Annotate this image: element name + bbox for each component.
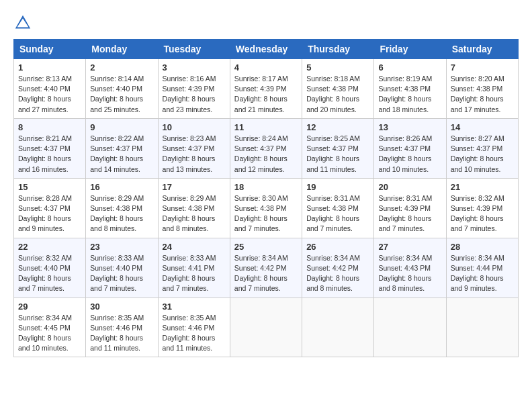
day-info: Sunrise: 8:22 AMSunset: 4:37 PMDaylight:…: [90, 134, 153, 175]
day-number: 4: [234, 62, 298, 73]
day-info: Sunrise: 8:32 AMSunset: 4:40 PMDaylight:…: [18, 253, 81, 294]
day-info: Sunrise: 8:18 AMSunset: 4:38 PMDaylight:…: [306, 74, 369, 115]
calendar-cell: 12Sunrise: 8:25 AMSunset: 4:37 PMDayligh…: [302, 118, 374, 178]
calendar-cell: 16Sunrise: 8:29 AMSunset: 4:38 PMDayligh…: [86, 178, 158, 238]
calendar-cell: 23Sunrise: 8:33 AMSunset: 4:40 PMDayligh…: [86, 238, 158, 298]
day-info: Sunrise: 8:23 AMSunset: 4:37 PMDaylight:…: [163, 134, 226, 175]
day-info: Sunrise: 8:33 AMSunset: 4:40 PMDaylight:…: [90, 253, 153, 294]
calendar-cell: 6Sunrise: 8:19 AMSunset: 4:38 PMDaylight…: [374, 59, 446, 119]
day-info: Sunrise: 8:30 AMSunset: 4:38 PMDaylight:…: [234, 193, 298, 234]
calendar-cell: [374, 298, 446, 357]
day-number: 1: [18, 62, 81, 73]
calendar-table: SundayMondayTuesdayWednesdayThursdayFrid…: [13, 39, 519, 357]
calendar-week-1: 1Sunrise: 8:13 AMSunset: 4:40 PMDaylight…: [14, 59, 519, 119]
calendar-week-2: 8Sunrise: 8:21 AMSunset: 4:37 PMDaylight…: [14, 118, 519, 178]
day-number: 8: [18, 122, 81, 132]
calendar-cell: 13Sunrise: 8:26 AMSunset: 4:37 PMDayligh…: [374, 118, 446, 178]
calendar-header-row: SundayMondayTuesdayWednesdayThursdayFrid…: [14, 40, 519, 59]
day-info: Sunrise: 8:17 AMSunset: 4:39 PMDaylight:…: [234, 74, 298, 115]
calendar-cell: 8Sunrise: 8:21 AMSunset: 4:37 PMDaylight…: [14, 118, 86, 178]
logo: [13, 13, 35, 32]
calendar-cell: 5Sunrise: 8:18 AMSunset: 4:38 PMDaylight…: [302, 59, 374, 119]
calendar-cell: 22Sunrise: 8:32 AMSunset: 4:40 PMDayligh…: [14, 238, 86, 298]
day-number: 2: [90, 62, 153, 73]
calendar-body: 1Sunrise: 8:13 AMSunset: 4:40 PMDaylight…: [14, 59, 519, 357]
day-info: Sunrise: 8:35 AMSunset: 4:46 PMDaylight:…: [90, 313, 153, 354]
calendar-header-wednesday: Wednesday: [230, 40, 302, 59]
day-number: 12: [306, 122, 369, 132]
day-number: 19: [306, 182, 369, 192]
day-info: Sunrise: 8:34 AMSunset: 4:42 PMDaylight:…: [306, 253, 369, 294]
calendar-cell: 17Sunrise: 8:29 AMSunset: 4:38 PMDayligh…: [158, 178, 230, 238]
day-number: 31: [163, 302, 226, 312]
day-number: 20: [378, 182, 441, 192]
day-number: 13: [378, 122, 441, 132]
calendar-header-tuesday: Tuesday: [158, 40, 230, 59]
calendar-cell: 24Sunrise: 8:33 AMSunset: 4:41 PMDayligh…: [158, 238, 230, 298]
day-number: 18: [234, 182, 298, 192]
day-info: Sunrise: 8:28 AMSunset: 4:37 PMDaylight:…: [18, 193, 81, 234]
calendar-week-5: 29Sunrise: 8:34 AMSunset: 4:45 PMDayligh…: [14, 298, 519, 357]
day-info: Sunrise: 8:34 AMSunset: 4:43 PMDaylight:…: [378, 253, 441, 294]
day-number: 9: [90, 122, 153, 132]
day-info: Sunrise: 8:35 AMSunset: 4:46 PMDaylight:…: [163, 313, 226, 354]
calendar-cell: 11Sunrise: 8:24 AMSunset: 4:37 PMDayligh…: [230, 118, 302, 178]
day-info: Sunrise: 8:34 AMSunset: 4:44 PMDaylight:…: [451, 253, 514, 294]
calendar-cell: 2Sunrise: 8:14 AMSunset: 4:40 PMDaylight…: [86, 59, 158, 119]
day-number: 28: [451, 242, 514, 252]
day-number: 3: [163, 62, 226, 73]
calendar-cell: 26Sunrise: 8:34 AMSunset: 4:42 PMDayligh…: [302, 238, 374, 298]
day-number: 29: [18, 302, 81, 312]
calendar-cell: 9Sunrise: 8:22 AMSunset: 4:37 PMDaylight…: [86, 118, 158, 178]
day-info: Sunrise: 8:13 AMSunset: 4:40 PMDaylight:…: [18, 74, 81, 115]
day-number: 25: [234, 242, 298, 252]
day-number: 10: [163, 122, 226, 132]
day-number: 15: [18, 182, 81, 192]
day-number: 30: [90, 302, 153, 312]
calendar-cell: 14Sunrise: 8:27 AMSunset: 4:37 PMDayligh…: [446, 118, 518, 178]
day-number: 7: [451, 62, 514, 73]
calendar-header-friday: Friday: [374, 40, 446, 59]
page-header: [13, 13, 519, 32]
day-number: 16: [90, 182, 153, 192]
day-info: Sunrise: 8:20 AMSunset: 4:38 PMDaylight:…: [451, 74, 514, 115]
day-info: Sunrise: 8:25 AMSunset: 4:37 PMDaylight:…: [306, 134, 369, 175]
calendar-header-thursday: Thursday: [302, 40, 374, 59]
calendar-cell: 21Sunrise: 8:32 AMSunset: 4:39 PMDayligh…: [446, 178, 518, 238]
calendar-header-saturday: Saturday: [446, 40, 518, 59]
day-info: Sunrise: 8:14 AMSunset: 4:40 PMDaylight:…: [90, 74, 153, 115]
day-info: Sunrise: 8:32 AMSunset: 4:39 PMDaylight:…: [451, 193, 514, 234]
day-info: Sunrise: 8:29 AMSunset: 4:38 PMDaylight:…: [90, 193, 153, 234]
day-number: 21: [451, 182, 514, 192]
calendar-week-3: 15Sunrise: 8:28 AMSunset: 4:37 PMDayligh…: [14, 178, 519, 238]
day-number: 24: [163, 242, 226, 252]
calendar-cell: 31Sunrise: 8:35 AMSunset: 4:46 PMDayligh…: [158, 298, 230, 357]
day-info: Sunrise: 8:31 AMSunset: 4:39 PMDaylight:…: [378, 193, 441, 234]
day-info: Sunrise: 8:33 AMSunset: 4:41 PMDaylight:…: [163, 253, 226, 294]
day-info: Sunrise: 8:34 AMSunset: 4:42 PMDaylight:…: [234, 253, 298, 294]
calendar-cell: 18Sunrise: 8:30 AMSunset: 4:38 PMDayligh…: [230, 178, 302, 238]
day-number: 26: [306, 242, 369, 252]
day-info: Sunrise: 8:19 AMSunset: 4:38 PMDaylight:…: [378, 74, 441, 115]
day-info: Sunrise: 8:29 AMSunset: 4:38 PMDaylight:…: [163, 193, 226, 234]
day-number: 5: [306, 62, 369, 73]
day-number: 27: [378, 242, 441, 252]
calendar-cell: 1Sunrise: 8:13 AMSunset: 4:40 PMDaylight…: [14, 59, 86, 119]
day-number: 23: [90, 242, 153, 252]
calendar-cell: 19Sunrise: 8:31 AMSunset: 4:38 PMDayligh…: [302, 178, 374, 238]
calendar-cell: [446, 298, 518, 357]
calendar-cell: 15Sunrise: 8:28 AMSunset: 4:37 PMDayligh…: [14, 178, 86, 238]
day-info: Sunrise: 8:26 AMSunset: 4:37 PMDaylight:…: [378, 134, 441, 175]
calendar-cell: 10Sunrise: 8:23 AMSunset: 4:37 PMDayligh…: [158, 118, 230, 178]
day-info: Sunrise: 8:21 AMSunset: 4:37 PMDaylight:…: [18, 134, 81, 175]
calendar-cell: 30Sunrise: 8:35 AMSunset: 4:46 PMDayligh…: [86, 298, 158, 357]
day-info: Sunrise: 8:31 AMSunset: 4:38 PMDaylight:…: [306, 193, 369, 234]
day-number: 17: [163, 182, 226, 192]
day-info: Sunrise: 8:24 AMSunset: 4:37 PMDaylight:…: [234, 134, 298, 175]
logo-icon: [13, 13, 32, 32]
day-info: Sunrise: 8:34 AMSunset: 4:45 PMDaylight:…: [18, 313, 81, 354]
calendar-cell: 7Sunrise: 8:20 AMSunset: 4:38 PMDaylight…: [446, 59, 518, 119]
calendar-cell: 3Sunrise: 8:16 AMSunset: 4:39 PMDaylight…: [158, 59, 230, 119]
calendar-header-monday: Monday: [86, 40, 158, 59]
day-number: 22: [18, 242, 81, 252]
